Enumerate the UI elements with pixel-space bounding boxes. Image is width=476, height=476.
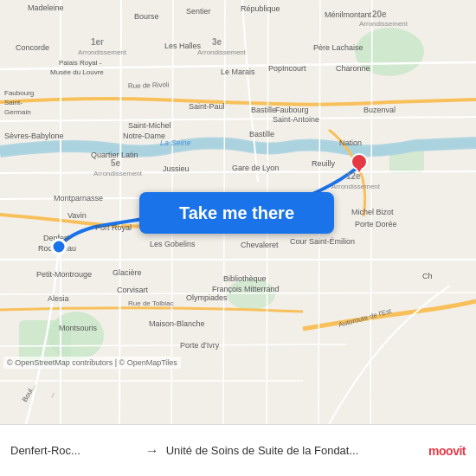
svg-text:Musée du Louvre: Musée du Louvre bbox=[50, 68, 104, 76]
svg-text:Reuilly: Reuilly bbox=[312, 159, 336, 168]
svg-text:Les Halles: Les Halles bbox=[164, 42, 202, 50]
svg-text:Ménilmontant: Ménilmontant bbox=[325, 10, 372, 19]
svg-point-91 bbox=[52, 240, 66, 254]
svg-text:Faubourg: Faubourg bbox=[275, 106, 309, 114]
svg-text:Cour Saint-Émilion: Cour Saint-Émilion bbox=[290, 237, 355, 246]
take-me-there-button[interactable]: Take me there bbox=[139, 192, 334, 234]
svg-text:1er: 1er bbox=[91, 37, 104, 47]
moovit-logo: moovit bbox=[428, 444, 466, 458]
svg-text:Saint-Antoine: Saint-Antoine bbox=[273, 115, 319, 124]
svg-text:République: République bbox=[241, 4, 280, 13]
svg-text:Saint-: Saint- bbox=[4, 99, 23, 106]
svg-text:Les Gobelins: Les Gobelins bbox=[150, 240, 196, 248]
svg-text:Montsouris: Montsouris bbox=[59, 324, 98, 332]
svg-text:Faubourg: Faubourg bbox=[4, 89, 34, 97]
svg-text:Ch: Ch bbox=[422, 272, 433, 280]
svg-text:Alesia: Alesia bbox=[48, 294, 69, 303]
svg-text:Olympiades: Olympiades bbox=[186, 293, 228, 302]
arrow-icon: → bbox=[145, 443, 159, 459]
svg-text:Maison-Blanche: Maison-Blanche bbox=[149, 319, 205, 328]
svg-text:Porte d'Ivry: Porte d'Ivry bbox=[180, 341, 220, 350]
svg-text:Saint-Michel: Saint-Michel bbox=[128, 121, 171, 130]
svg-point-3 bbox=[227, 279, 275, 310]
svg-text:Chevaleret: Chevaleret bbox=[241, 241, 279, 249]
map-container: Rue de Rivoli La Seine Autoroute de l'Es… bbox=[0, 0, 476, 424]
svg-text:3e: 3e bbox=[212, 37, 222, 47]
svg-text:Arrondissement: Arrondissement bbox=[197, 48, 247, 56]
svg-text:Quartier Latin: Quartier Latin bbox=[91, 151, 138, 159]
svg-text:Charonne: Charonne bbox=[336, 64, 370, 73]
svg-text:Bastille: Bastille bbox=[251, 106, 276, 114]
svg-text:Michel Bizot: Michel Bizot bbox=[351, 208, 394, 216]
svg-text:Rue de Tolbiac: Rue de Tolbiac bbox=[128, 299, 174, 307]
svg-text:Porte Dorée: Porte Dorée bbox=[355, 220, 397, 228]
svg-text:Nation: Nation bbox=[339, 138, 362, 147]
svg-text:Buzenval: Buzenval bbox=[363, 106, 396, 114]
svg-text:Arrondissement: Arrondissement bbox=[359, 20, 408, 28]
svg-text:Jussieu: Jussieu bbox=[163, 164, 190, 173]
svg-text:Bourse: Bourse bbox=[134, 12, 159, 21]
origin-label: Denfert-Roc... bbox=[10, 444, 138, 457]
svg-text:Petit-Montrouge: Petit-Montrouge bbox=[36, 270, 92, 279]
svg-text:Arrondissement: Arrondissement bbox=[93, 170, 143, 177]
svg-text:Arrondissement: Arrondissement bbox=[78, 48, 127, 56]
svg-text:Bastille: Bastille bbox=[249, 130, 274, 138]
svg-text:Madeleine: Madeleine bbox=[28, 3, 64, 12]
svg-text:12e: 12e bbox=[346, 171, 361, 181]
svg-text:Gare de Lyon: Gare de Lyon bbox=[232, 164, 279, 172]
svg-text:Arrondissement: Arrondissement bbox=[331, 183, 381, 190]
svg-text:5e: 5e bbox=[111, 158, 121, 168]
svg-text:Montparnasse: Montparnasse bbox=[54, 194, 103, 203]
svg-text:Sèvres-Babylone: Sèvres-Babylone bbox=[4, 132, 64, 140]
svg-text:Port Royal: Port Royal bbox=[95, 223, 132, 232]
destination-label: Unité de Soins de Suite de la Fondat... bbox=[166, 444, 421, 457]
svg-text:Le Marais: Le Marais bbox=[221, 68, 255, 76]
svg-text:Palais Royal -: Palais Royal - bbox=[59, 59, 102, 67]
svg-text:Saint-Paul: Saint-Paul bbox=[189, 102, 225, 111]
svg-text:Vavin: Vavin bbox=[68, 211, 87, 220]
svg-text:Concorde: Concorde bbox=[16, 43, 49, 52]
svg-text:20e: 20e bbox=[372, 10, 387, 19]
svg-text:Bibliothèque: Bibliothèque bbox=[223, 274, 267, 283]
svg-text:Notre-Dame: Notre-Dame bbox=[123, 132, 165, 140]
bottom-bar: Denfert-Roc... → Unité de Soins de Suite… bbox=[0, 424, 476, 476]
svg-text:Père Lachaise: Père Lachaise bbox=[313, 43, 363, 52]
svg-text:Sentier: Sentier bbox=[186, 7, 211, 16]
svg-text:François Mitterrand: François Mitterrand bbox=[212, 285, 280, 293]
moovit-brand-text: moovit bbox=[428, 444, 466, 458]
svg-text:Glacière: Glacière bbox=[113, 268, 142, 277]
copyright-notice: © OpenStreetMap contributors | © OpenMap… bbox=[3, 357, 181, 369]
svg-text:Germain: Germain bbox=[4, 108, 31, 116]
svg-text:Corvisart: Corvisart bbox=[117, 286, 149, 294]
svg-text:Rue de Rivoli: Rue de Rivoli bbox=[128, 80, 170, 90]
svg-text:PopIncourt: PopIncourt bbox=[268, 64, 306, 73]
